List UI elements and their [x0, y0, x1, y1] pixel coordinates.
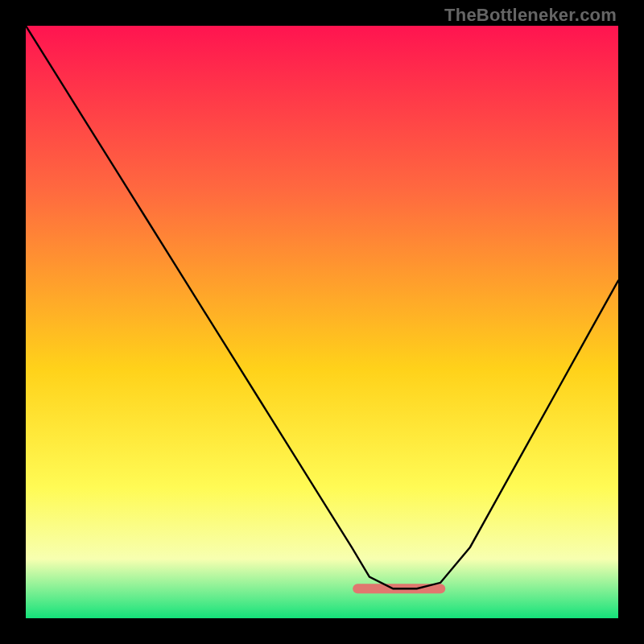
watermark-text: TheBottleneker.com — [444, 5, 617, 26]
chart-frame — [26, 26, 618, 618]
gradient-background — [26, 26, 618, 618]
chart-svg — [26, 26, 618, 618]
